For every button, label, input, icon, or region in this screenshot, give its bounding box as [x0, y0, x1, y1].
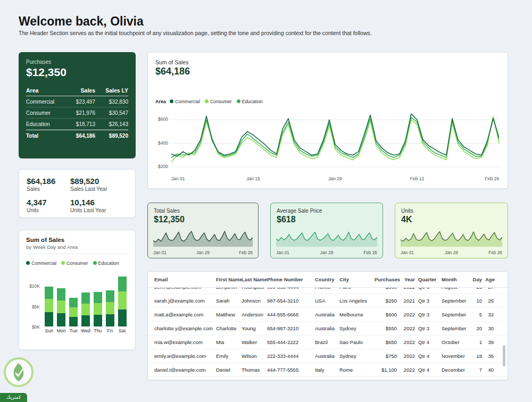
- bar-column[interactable]: [104, 290, 116, 326]
- table-header-cell[interactable]: Purchases: [375, 272, 400, 287]
- bar-segment-commercial[interactable]: [81, 315, 90, 327]
- y-axis-label: $200: [151, 164, 168, 169]
- table-header-cell[interactable]: Day: [470, 272, 485, 287]
- purchases-row[interactable]: Consumer$21,976$30,547: [26, 107, 128, 119]
- table-row[interactable]: daniel.t@example.comDanielThomas444-777-…: [148, 363, 508, 377]
- table-cell: Qtr 4: [418, 336, 442, 349]
- table-cell: Walker: [242, 336, 267, 349]
- table-cell: Qtr 3: [418, 308, 442, 321]
- legend-item-education[interactable]: Education: [237, 99, 263, 104]
- table-header-cell[interactable]: Last Name: [242, 272, 267, 287]
- table-header-cell[interactable]: Country: [315, 272, 339, 287]
- bar-segment-education[interactable]: [45, 287, 53, 298]
- table-row[interactable]: ben.r@example.comBenjaminRodriguez999-55…: [148, 288, 508, 294]
- table-header-cell[interactable]: City: [339, 272, 375, 287]
- purchases-card: Purchases $12,350 AreaSalesSales LYComme…: [19, 52, 136, 158]
- legend-item-commercial[interactable]: Commercial: [170, 99, 200, 104]
- table-row[interactable]: emily.w@example.comEmilyWilson222-333-44…: [148, 349, 508, 363]
- bar-segment-education[interactable]: [57, 288, 65, 300]
- bar-column[interactable]: [80, 292, 92, 326]
- kpi-label: Sales Last Year: [70, 186, 128, 192]
- bar-segment-education[interactable]: [94, 292, 102, 304]
- weekday-bars[interactable]: [43, 273, 128, 326]
- purchases-row[interactable]: Commercial$23,497$32,830: [26, 96, 128, 107]
- weekday-chart-card: Sum of Sales by Week Day and Area Commer…: [19, 230, 136, 350]
- table-header-cell[interactable]: Month: [442, 272, 470, 287]
- purchases-table: AreaSalesSales LYCommercial$23,497$32,83…: [26, 85, 128, 141]
- kpi-item: 10,146Units Last Year: [70, 198, 128, 213]
- sparkline-plot[interactable]: [401, 230, 502, 247]
- bar-segment-education[interactable]: [118, 277, 127, 291]
- line-chart-plot[interactable]: $200$400$600: [171, 108, 499, 173]
- bar-segment-consumer[interactable]: [94, 303, 102, 315]
- table-cell: November: [442, 349, 470, 363]
- table-header-cell[interactable]: Quarter: [418, 272, 442, 287]
- purchases-cell: $21,976: [64, 110, 95, 116]
- bar-column[interactable]: [92, 292, 104, 326]
- legend-item-consumer[interactable]: Consumer: [61, 261, 88, 266]
- bar-segment-commercial[interactable]: [118, 309, 127, 326]
- sparkline-title: Total Sales: [154, 208, 180, 214]
- table-header-cell[interactable]: First Name: [216, 272, 242, 287]
- bar-column[interactable]: [55, 288, 68, 326]
- x-axis-label: Jan 15: [246, 176, 260, 181]
- bar-segment-consumer[interactable]: [69, 307, 78, 317]
- bar-segment-education[interactable]: [106, 290, 114, 302]
- bar-segment-education[interactable]: [69, 298, 78, 307]
- table-cell: Mia: [216, 336, 242, 349]
- sparkline-title: Average Sale Price: [277, 208, 322, 214]
- bar-segment-commercial[interactable]: [45, 312, 53, 326]
- table-header-cell[interactable]: Phone Number: [267, 272, 315, 287]
- purchases-row[interactable]: Education$18,713$26,143: [26, 119, 128, 130]
- bar-segment-consumer[interactable]: [81, 304, 90, 315]
- purchases-cell: $32,830: [95, 99, 128, 105]
- bar-segment-commercial[interactable]: [94, 315, 102, 326]
- legend-item-consumer[interactable]: Consumer: [205, 99, 232, 104]
- legend-item-commercial[interactable]: Commercial: [26, 261, 56, 266]
- table-cell: sarah.j@example.com: [154, 294, 216, 307]
- table-row[interactable]: charlotte.y@example.comCharlotteYoung654…: [148, 322, 508, 336]
- table-cell: 39: [485, 336, 497, 349]
- purchases-total-cell: $64,186: [64, 133, 95, 139]
- bar-segment-education[interactable]: [81, 292, 90, 304]
- table-cell: Thomas: [242, 363, 267, 376]
- table-scrollbar[interactable]: [503, 345, 505, 366]
- weekday-plot[interactable]: $0K$5K$10K SunMonTueWedThuFriSat: [26, 273, 128, 333]
- bar-segment-consumer[interactable]: [106, 302, 114, 314]
- table-cell: Brazil: [315, 336, 339, 349]
- purchases-total-cell: Total: [26, 133, 64, 139]
- bar-segment-commercial[interactable]: [57, 313, 65, 326]
- bar-segment-consumer[interactable]: [45, 299, 53, 312]
- table-cell: 444-555-6666: [267, 308, 315, 321]
- bar-stack: [118, 277, 127, 326]
- purchases-label: Purchases: [26, 59, 128, 65]
- purchases-value: $12,350: [26, 66, 128, 79]
- table-cell: 7: [470, 363, 485, 376]
- table-cell: $550: [375, 322, 400, 335]
- bar-column[interactable]: [116, 277, 128, 326]
- table-cell: Anderson: [242, 308, 267, 321]
- bar-segment-commercial[interactable]: [69, 317, 78, 327]
- table-header-cell[interactable]: Age: [485, 272, 497, 287]
- table-header-cell[interactable]: Year: [400, 272, 418, 287]
- table-row[interactable]: sarah.j@example.comSarahJohnson987-654-3…: [148, 294, 508, 308]
- table-cell: charlotte.y@example.com: [154, 322, 216, 335]
- table-cell: 32: [485, 308, 497, 321]
- bar-segment-consumer[interactable]: [118, 291, 127, 309]
- table-header-cell[interactable]: Email: [154, 272, 216, 287]
- table-cell: Australia: [315, 322, 339, 335]
- sparkline-plot[interactable]: [153, 230, 253, 247]
- table-row[interactable]: matt.a@example.comMatthewAnderson444-555…: [148, 308, 508, 322]
- bar-segment-consumer[interactable]: [57, 300, 65, 314]
- table-cell: Rome: [339, 363, 375, 376]
- bar-column[interactable]: [43, 287, 55, 326]
- bar-column[interactable]: [68, 298, 80, 326]
- sparkline-plot[interactable]: [276, 230, 377, 247]
- table-cell: Rodriguez: [242, 288, 267, 294]
- kpi-value: 4,347: [27, 198, 70, 207]
- bar-segment-commercial[interactable]: [106, 314, 114, 326]
- table-row[interactable]: mia.w@example.comMiaWalker555-444-2222Br…: [148, 336, 508, 349]
- legend-item-education[interactable]: Education: [93, 261, 119, 266]
- purchases-total-cell: $89,520: [95, 133, 128, 139]
- table-cell: daniel.t@example.com: [154, 363, 216, 376]
